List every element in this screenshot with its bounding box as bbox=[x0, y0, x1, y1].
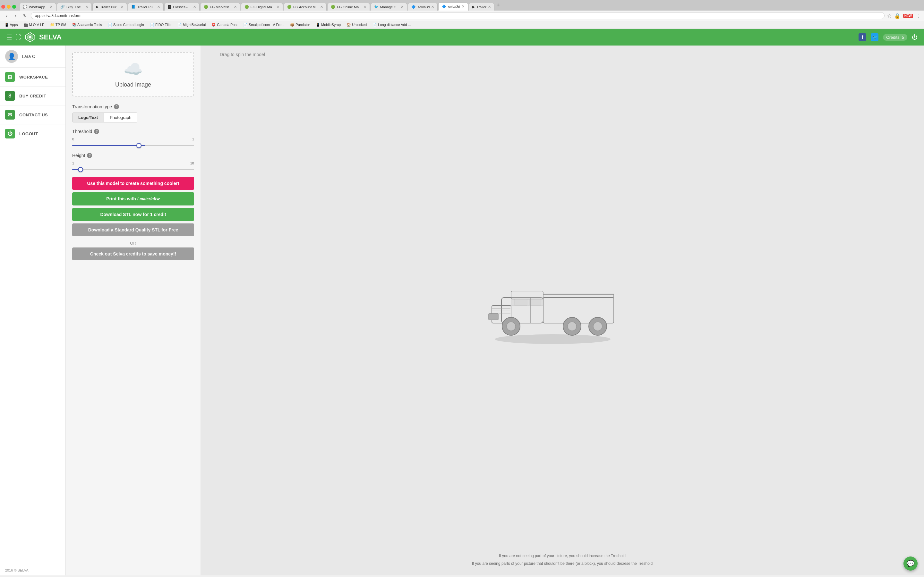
power-btn[interactable]: ⏻ bbox=[912, 34, 918, 41]
height-section: Height ? 1 10 bbox=[72, 153, 194, 171]
model-container[interactable] bbox=[207, 63, 918, 550]
tab-close-icon[interactable]: ✕ bbox=[431, 5, 434, 9]
tab-favicon: 🅰 bbox=[168, 5, 171, 9]
sidebar-item-buy-credit[interactable]: $ BUY CREDIT bbox=[0, 87, 65, 105]
height-slider[interactable] bbox=[72, 169, 194, 170]
sidebar-item-workspace[interactable]: ⊞ WORKSPACE bbox=[0, 68, 65, 87]
tab-close-icon[interactable]: ✕ bbox=[488, 5, 491, 9]
download-free-btn[interactable]: Download a Standard Quality STL for Free bbox=[72, 223, 194, 236]
forward-btn[interactable]: › bbox=[12, 12, 19, 19]
transform-type-help-icon[interactable]: ? bbox=[114, 104, 119, 109]
or-divider: OR bbox=[72, 241, 194, 245]
new-tab-btn[interactable]: + bbox=[496, 2, 500, 9]
threshold-help-icon[interactable]: ? bbox=[94, 129, 99, 134]
extension-icon[interactable]: 🔒 bbox=[894, 13, 901, 19]
workspace-icon: ⊞ bbox=[5, 72, 15, 82]
app-logo: SELVA bbox=[24, 31, 61, 43]
bookmark-academic[interactable]: 📚 Acadamic Tools bbox=[70, 22, 104, 27]
height-help-icon[interactable]: ? bbox=[87, 153, 92, 158]
tab-bitly[interactable]: 🔗 Bitly. The... ✕ bbox=[57, 3, 92, 11]
maximize-window-btn[interactable] bbox=[12, 5, 16, 9]
bookmark-purolator[interactable]: 📦 Purolator bbox=[288, 22, 312, 27]
bookmark-unlocked[interactable]: 🏠 Unlocked bbox=[344, 22, 368, 27]
tab-favicon: 🔗 bbox=[60, 5, 65, 9]
bookmark-longdistance[interactable]: 📄 Long distance Add-... bbox=[371, 22, 413, 27]
bookmark-movie[interactable]: 🎬 M O V I E bbox=[22, 22, 47, 27]
svg-point-11 bbox=[567, 322, 577, 331]
svg-point-13 bbox=[593, 322, 602, 331]
height-label: Height ? bbox=[72, 153, 194, 158]
sidebar-item-logout[interactable]: ⏻ LOGOUT bbox=[0, 124, 65, 143]
threshold-slider[interactable] bbox=[72, 145, 194, 146]
twitter-icon[interactable]: 🐦 bbox=[871, 33, 879, 41]
tab-fg-account[interactable]: 🟢 FG Account M... ✕ bbox=[284, 3, 326, 11]
tab-close-icon[interactable]: ✕ bbox=[86, 5, 88, 9]
buy-credit-icon: $ bbox=[5, 91, 15, 101]
contact-us-icon: ✉ bbox=[5, 110, 15, 119]
url-input[interactable] bbox=[31, 12, 885, 19]
bookmarks-bar: 📱 Apps 🎬 M O V I E 📁 TP SM 📚 Acadamic To… bbox=[0, 21, 924, 29]
expand-btn[interactable]: ⛶ bbox=[15, 34, 21, 41]
print-materialise-btn[interactable]: Print this with i materialise bbox=[72, 192, 194, 205]
user-section: 👤 Lara C bbox=[0, 45, 65, 68]
transformation-type-label: Transformation type ? bbox=[72, 104, 194, 109]
tab-fg-digital[interactable]: 🟢 FG Digital Ma... ✕ bbox=[241, 3, 283, 11]
hamburger-menu-btn[interactable]: ☰ bbox=[6, 33, 12, 41]
tab-classes[interactable]: 🅰 Classes - ... ✕ bbox=[164, 3, 200, 11]
tab-close-icon[interactable]: ✕ bbox=[462, 5, 465, 9]
chat-widget-btn[interactable]: 💬 bbox=[903, 556, 918, 571]
tab-selva1[interactable]: 🔷 selva3d ✕ bbox=[408, 3, 438, 11]
tab-trailer1[interactable]: ▶ Trailer Pur... ✕ bbox=[92, 3, 128, 11]
bookmark-sales[interactable]: 📄 Sales Central Login bbox=[106, 22, 146, 27]
tab-close-icon[interactable]: ✕ bbox=[193, 5, 196, 9]
tab-trailer3[interactable]: ▶ Trailer ✕ bbox=[469, 3, 494, 11]
reload-btn[interactable]: ↻ bbox=[21, 12, 28, 19]
tab-close-icon[interactable]: ✕ bbox=[234, 5, 237, 9]
tab-close-icon[interactable]: ✕ bbox=[363, 5, 367, 9]
tab-close-icon[interactable]: ✕ bbox=[121, 5, 124, 9]
use-model-btn[interactable]: Use this model to create something coole… bbox=[72, 177, 194, 190]
logo-text-btn[interactable]: Logo/Text bbox=[72, 113, 104, 122]
photograph-btn[interactable]: Photograph bbox=[104, 113, 137, 122]
tab-trailer2[interactable]: 📘 Trailer Pu... ✕ bbox=[128, 3, 163, 11]
tab-close-icon[interactable]: ✕ bbox=[401, 5, 404, 9]
tab-whatsapp[interactable]: 💬 WhatsApp... ✕ bbox=[19, 3, 56, 11]
threshold-section: Threshold ? 0 1 bbox=[72, 129, 194, 147]
facebook-icon[interactable]: f bbox=[859, 33, 866, 41]
tab-close-icon[interactable]: ✕ bbox=[320, 5, 323, 9]
tab-close-icon[interactable]: ✕ bbox=[276, 5, 279, 9]
bookmark-tpsm[interactable]: 📁 TP SM bbox=[48, 22, 68, 27]
tab-close-icon[interactable]: ✕ bbox=[157, 5, 160, 9]
tab-fg-marketing[interactable]: 🟢 FG Marketin... ✕ bbox=[200, 3, 240, 11]
transform-type-selector: Logo/Text Photograph bbox=[72, 113, 194, 122]
minimize-window-btn[interactable] bbox=[7, 5, 11, 9]
right-panel: Drag to spin the model bbox=[200, 45, 924, 575]
close-window-btn[interactable] bbox=[1, 5, 5, 9]
menu-icon[interactable]: ⋮ bbox=[916, 13, 921, 19]
tab-fg-online[interactable]: 🟢 FG Online Ma... ✕ bbox=[327, 3, 370, 11]
bookmark-apps[interactable]: 📱 Apps bbox=[3, 22, 20, 27]
back-btn[interactable]: ‹ bbox=[3, 12, 10, 19]
bookmark-mightbeuseful[interactable]: 📄 MightBeUseful bbox=[176, 22, 208, 27]
svg-rect-15 bbox=[514, 299, 527, 306]
upload-area[interactable]: ☁️ Upload Image bbox=[72, 52, 194, 97]
avatar: 👤 bbox=[5, 50, 18, 63]
tab-close-icon[interactable]: ✕ bbox=[50, 5, 53, 9]
tab-selva2[interactable]: 🔷 selva3d ✕ bbox=[438, 3, 468, 11]
sidebar-item-contact-us[interactable]: ✉ CONTACT US bbox=[0, 105, 65, 124]
3d-model-view[interactable] bbox=[482, 256, 643, 358]
height-range-labels: 1 10 bbox=[72, 161, 194, 165]
bookmark-canadapost[interactable]: 📮 Canada Post bbox=[210, 22, 239, 27]
check-credits-btn[interactable]: Check out Selva credits to save money!! bbox=[72, 247, 194, 260]
bookmark-star-icon[interactable]: ☆ bbox=[887, 13, 892, 19]
tab-manage-c[interactable]: 🐦 Manage C... ✕ bbox=[371, 3, 407, 11]
bookmark-smallpdf[interactable]: 📄 Smallpdf.com - A Fre... bbox=[241, 22, 286, 27]
header-icons: f 🐦 Credits: 5 ⏻ bbox=[859, 33, 918, 41]
download-stl-btn[interactable]: Download STL now for 1 credit bbox=[72, 208, 194, 221]
tab-bar: 💬 WhatsApp... ✕ 🔗 Bitly. The... ✕ ▶ Trai… bbox=[0, 0, 924, 11]
bookmark-mobilesyrup[interactable]: 📱 MobileSyrup bbox=[314, 22, 342, 27]
sidebar: 👤 Lara C ⊞ WORKSPACE $ BUY CREDIT ✉ CONT… bbox=[0, 45, 66, 575]
bookmark-fido[interactable]: 📄 FIDO Elite bbox=[148, 22, 174, 27]
app-body: 👤 Lara C ⊞ WORKSPACE $ BUY CREDIT ✉ CONT… bbox=[0, 45, 924, 575]
credits-badge[interactable]: Credits: 5 bbox=[883, 34, 907, 41]
